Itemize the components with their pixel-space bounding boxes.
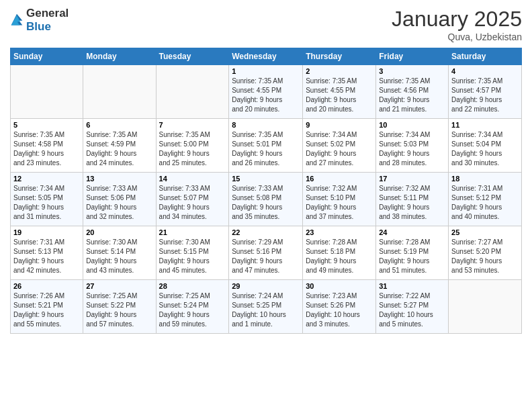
day-info: Sunrise: 7:30 AMSunset: 5:15 PMDaylight:…	[159, 238, 226, 275]
day-number: 2	[306, 67, 373, 75]
location-subtitle: Quva, Uzbekistan	[392, 32, 522, 42]
day-number: 17	[379, 175, 445, 183]
day-info: Sunrise: 7:34 AMSunset: 5:03 PMDaylight:…	[379, 130, 445, 168]
calendar-table: SundayMondayTuesdayWednesdayThursdayFrid…	[10, 48, 522, 334]
day-info: Sunrise: 7:24 AMSunset: 5:25 PMDaylight:…	[232, 291, 300, 329]
day-info: Sunrise: 7:29 AMSunset: 5:16 PMDaylight:…	[232, 238, 300, 275]
calendar-week-row: 12Sunrise: 7:34 AMSunset: 5:05 PMDayligh…	[11, 173, 522, 226]
day-info: Sunrise: 7:28 AMSunset: 5:18 PMDaylight:…	[306, 238, 373, 275]
calendar-body: 1Sunrise: 7:35 AMSunset: 4:55 PMDaylight…	[11, 65, 522, 334]
calendar-cell: 29Sunrise: 7:24 AMSunset: 5:25 PMDayligh…	[229, 280, 303, 334]
day-info: Sunrise: 7:34 AMSunset: 5:02 PMDaylight:…	[306, 130, 373, 168]
header: General Blue January 2025 Quva, Uzbekist…	[10, 7, 522, 42]
calendar-cell: 2Sunrise: 7:35 AMSunset: 4:55 PMDaylight…	[303, 65, 376, 119]
day-info: Sunrise: 7:25 AMSunset: 5:24 PMDaylight:…	[159, 291, 226, 329]
day-number: 10	[379, 121, 445, 129]
calendar-cell: 11Sunrise: 7:34 AMSunset: 5:04 PMDayligh…	[449, 119, 522, 173]
day-number: 24	[379, 228, 445, 236]
calendar-week-row: 1Sunrise: 7:35 AMSunset: 4:55 PMDaylight…	[11, 65, 522, 119]
day-info: Sunrise: 7:32 AMSunset: 5:11 PMDaylight:…	[379, 184, 445, 222]
calendar-cell: 24Sunrise: 7:28 AMSunset: 5:19 PMDayligh…	[376, 226, 449, 280]
day-number: 21	[159, 228, 226, 236]
day-info: Sunrise: 7:30 AMSunset: 5:14 PMDaylight:…	[86, 238, 152, 275]
calendar-header: SundayMondayTuesdayWednesdayThursdayFrid…	[11, 48, 522, 65]
day-info: Sunrise: 7:35 AMSunset: 4:55 PMDaylight:…	[306, 77, 373, 114]
day-number: 15	[232, 175, 300, 183]
day-number: 8	[232, 121, 300, 129]
calendar-cell: 10Sunrise: 7:34 AMSunset: 5:03 PMDayligh…	[376, 119, 449, 173]
weekday-header: Wednesday	[229, 48, 303, 65]
calendar-cell: 14Sunrise: 7:33 AMSunset: 5:07 PMDayligh…	[156, 173, 229, 226]
day-info: Sunrise: 7:35 AMSunset: 4:59 PMDaylight:…	[86, 130, 152, 168]
day-number: 3	[379, 67, 445, 75]
logo-text: General Blue	[26, 7, 69, 34]
calendar-cell: 22Sunrise: 7:29 AMSunset: 5:16 PMDayligh…	[229, 226, 303, 280]
calendar-cell: 3Sunrise: 7:35 AMSunset: 4:56 PMDaylight…	[376, 65, 449, 119]
day-number: 19	[13, 228, 80, 236]
day-info: Sunrise: 7:33 AMSunset: 5:08 PMDaylight:…	[232, 184, 300, 222]
calendar-cell	[156, 65, 229, 119]
day-number: 1	[232, 67, 300, 75]
calendar-cell: 25Sunrise: 7:27 AMSunset: 5:20 PMDayligh…	[449, 226, 522, 280]
day-info: Sunrise: 7:25 AMSunset: 5:22 PMDaylight:…	[86, 291, 152, 329]
day-info: Sunrise: 7:35 AMSunset: 5:01 PMDaylight:…	[232, 130, 300, 168]
day-info: Sunrise: 7:33 AMSunset: 5:06 PMDaylight:…	[86, 184, 152, 222]
calendar-cell: 21Sunrise: 7:30 AMSunset: 5:15 PMDayligh…	[156, 226, 229, 280]
calendar-cell: 28Sunrise: 7:25 AMSunset: 5:24 PMDayligh…	[156, 280, 229, 334]
day-number: 28	[159, 282, 226, 290]
day-number: 13	[86, 175, 152, 183]
calendar-cell: 15Sunrise: 7:33 AMSunset: 5:08 PMDayligh…	[229, 173, 303, 226]
calendar-cell: 9Sunrise: 7:34 AMSunset: 5:02 PMDaylight…	[303, 119, 376, 173]
day-number: 7	[159, 121, 226, 129]
page: General Blue January 2025 Quva, Uzbekist…	[0, 0, 532, 411]
day-number: 31	[379, 282, 445, 290]
calendar-cell: 17Sunrise: 7:32 AMSunset: 5:11 PMDayligh…	[376, 173, 449, 226]
day-info: Sunrise: 7:32 AMSunset: 5:10 PMDaylight:…	[306, 184, 373, 222]
calendar-cell: 7Sunrise: 7:35 AMSunset: 5:00 PMDaylight…	[156, 119, 229, 173]
calendar-week-row: 19Sunrise: 7:31 AMSunset: 5:13 PMDayligh…	[11, 226, 522, 280]
day-info: Sunrise: 7:23 AMSunset: 5:26 PMDaylight:…	[306, 291, 373, 329]
day-info: Sunrise: 7:35 AMSunset: 4:57 PMDaylight:…	[451, 77, 519, 114]
day-number: 4	[451, 67, 519, 75]
logo-general: General	[26, 7, 69, 20]
calendar-week-row: 5Sunrise: 7:35 AMSunset: 4:58 PMDaylight…	[11, 119, 522, 173]
calendar-cell: 27Sunrise: 7:25 AMSunset: 5:22 PMDayligh…	[83, 280, 156, 334]
logo-icon	[10, 13, 24, 28]
calendar-cell	[11, 65, 83, 119]
weekday-header: Saturday	[449, 48, 522, 65]
day-info: Sunrise: 7:26 AMSunset: 5:21 PMDaylight:…	[13, 291, 80, 329]
day-number: 27	[86, 282, 152, 290]
calendar-week-row: 26Sunrise: 7:26 AMSunset: 5:21 PMDayligh…	[11, 280, 522, 334]
day-info: Sunrise: 7:35 AMSunset: 5:00 PMDaylight:…	[159, 130, 226, 168]
day-number: 26	[13, 282, 80, 290]
day-number: 25	[451, 228, 519, 236]
weekday-header: Monday	[83, 48, 156, 65]
calendar-cell: 23Sunrise: 7:28 AMSunset: 5:18 PMDayligh…	[303, 226, 376, 280]
day-number: 23	[306, 228, 373, 236]
calendar-cell: 16Sunrise: 7:32 AMSunset: 5:10 PMDayligh…	[303, 173, 376, 226]
calendar-cell: 12Sunrise: 7:34 AMSunset: 5:05 PMDayligh…	[11, 173, 83, 226]
day-info: Sunrise: 7:22 AMSunset: 5:27 PMDaylight:…	[379, 291, 445, 329]
calendar-cell: 30Sunrise: 7:23 AMSunset: 5:26 PMDayligh…	[303, 280, 376, 334]
calendar-cell: 13Sunrise: 7:33 AMSunset: 5:06 PMDayligh…	[83, 173, 156, 226]
day-number: 20	[86, 228, 152, 236]
weekday-header: Thursday	[303, 48, 376, 65]
calendar-cell: 4Sunrise: 7:35 AMSunset: 4:57 PMDaylight…	[449, 65, 522, 119]
calendar-cell: 26Sunrise: 7:26 AMSunset: 5:21 PMDayligh…	[11, 280, 83, 334]
calendar-cell: 18Sunrise: 7:31 AMSunset: 5:12 PMDayligh…	[449, 173, 522, 226]
day-info: Sunrise: 7:31 AMSunset: 5:12 PMDaylight:…	[451, 184, 519, 222]
weekday-header: Tuesday	[156, 48, 229, 65]
day-info: Sunrise: 7:35 AMSunset: 4:55 PMDaylight:…	[232, 77, 300, 114]
day-info: Sunrise: 7:35 AMSunset: 4:58 PMDaylight:…	[13, 130, 80, 168]
calendar-cell: 6Sunrise: 7:35 AMSunset: 4:59 PMDaylight…	[83, 119, 156, 173]
calendar-cell: 31Sunrise: 7:22 AMSunset: 5:27 PMDayligh…	[376, 280, 449, 334]
logo-blue: Blue	[26, 20, 51, 33]
calendar-cell: 19Sunrise: 7:31 AMSunset: 5:13 PMDayligh…	[11, 226, 83, 280]
day-number: 22	[232, 228, 300, 236]
day-number: 5	[13, 121, 80, 129]
logo: General Blue	[10, 7, 69, 34]
weekday-row: SundayMondayTuesdayWednesdayThursdayFrid…	[11, 48, 522, 65]
day-info: Sunrise: 7:34 AMSunset: 5:04 PMDaylight:…	[451, 130, 519, 168]
calendar-cell: 8Sunrise: 7:35 AMSunset: 5:01 PMDaylight…	[229, 119, 303, 173]
calendar-cell	[449, 280, 522, 334]
